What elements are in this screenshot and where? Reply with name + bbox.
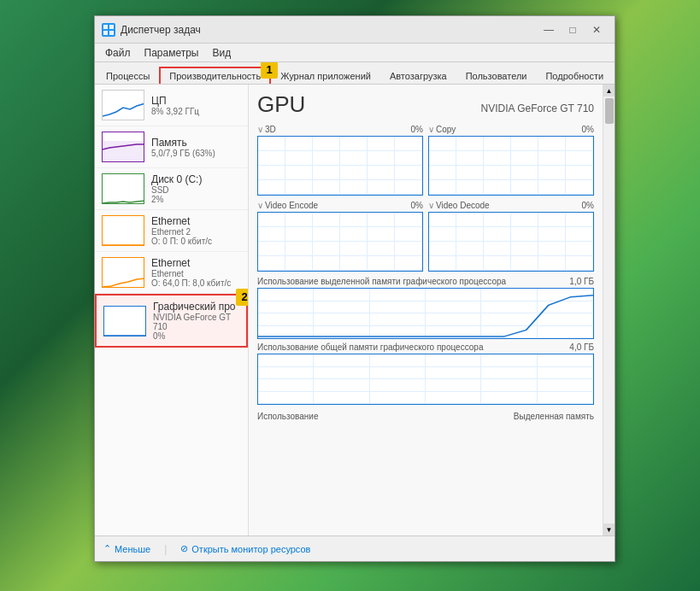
- less-button[interactable]: ⌃ Меньше: [103, 543, 150, 554]
- tab-startup[interactable]: Автозагрузка: [380, 67, 456, 84]
- gpu-title: GPU: [257, 91, 305, 118]
- task-manager-window: Диспетчер задач — □ ✕ Файл Параметры Вид…: [94, 15, 615, 562]
- tab-processes[interactable]: Процессы: [97, 67, 159, 84]
- window-icon: [102, 23, 115, 37]
- gpu-model: NVIDIA GeForce GT 710: [481, 102, 595, 114]
- tab-app-history[interactable]: Журнал приложений: [271, 67, 380, 84]
- memory-label: Память: [151, 137, 241, 149]
- tab-details[interactable]: Подробности: [536, 67, 613, 84]
- ethernet-label: Ethernet: [151, 257, 241, 269]
- svg-rect-2: [103, 31, 108, 35]
- graph-copy-box: [428, 136, 594, 196]
- window-title: Диспетчер задач: [121, 24, 538, 36]
- graph-encode-percent: 0%: [411, 201, 423, 210]
- chevron-up-icon: ⌃: [103, 543, 111, 554]
- svg-rect-1: [109, 25, 114, 29]
- ethernet-name: Ethernet: [151, 269, 241, 278]
- graph-encode-box: [257, 212, 423, 272]
- tab-badge: 1: [261, 62, 278, 79]
- ethernet2-label: Ethernet: [151, 215, 241, 227]
- svg-rect-3: [109, 31, 114, 35]
- cpu-label: ЦП: [151, 95, 241, 107]
- sidebar-item-disk[interactable]: Диск 0 (C:) SSD 2%: [95, 168, 248, 210]
- memory-stats: 5,0/7,9 ГБ (63%): [151, 149, 241, 158]
- gpu-sidebar-model: NVIDIA GeForce GT 710: [153, 313, 239, 331]
- shared-memory-graph: [257, 354, 594, 405]
- tab-performance[interactable]: Производительность 1: [159, 67, 271, 84]
- graph-decode-label: Video Decode: [436, 201, 490, 210]
- menu-view[interactable]: Вид: [205, 45, 238, 61]
- ethernet2-name: Ethernet 2: [151, 227, 241, 237]
- gpu-usage-graphs: ∨3D 0%: [257, 125, 594, 272]
- main-content: ЦП 8% 3,92 ГГц Память 5,0/7,9 ГБ (63%): [95, 85, 615, 535]
- disk-percent: 2%: [151, 195, 241, 204]
- ethernet-thumb: [102, 257, 144, 288]
- monitor-icon: ⊘: [180, 543, 188, 554]
- graph-3d: ∨3D 0%: [257, 125, 423, 196]
- menu-file[interactable]: Файл: [98, 45, 138, 61]
- shared-memory-section: Использование общей памяти графического …: [257, 342, 594, 405]
- tab-users[interactable]: Пользователи: [456, 67, 537, 84]
- sidebar-item-ethernet2[interactable]: Ethernet Ethernet 2 О: 0 П: 0 кбит/с: [95, 210, 248, 252]
- graph-decode-box: [428, 212, 594, 272]
- ethernet-stats: О: 64,0 П: 8,0 кбит/с: [151, 278, 241, 288]
- graph-copy-label: Copy: [436, 125, 456, 134]
- dedicated-memory-label: Использование выделенной памяти графичес…: [257, 277, 506, 286]
- gpu-badge: 2: [236, 289, 249, 306]
- footer: ⌃ Меньше | ⊘ Открыть монитор ресурсов: [95, 535, 615, 561]
- graph-video-encode: ∨Video Encode 0%: [257, 201, 423, 272]
- disk-thumb: [102, 173, 144, 204]
- scroll-thumb[interactable]: [605, 98, 614, 124]
- gpu-sidebar-percent: 0%: [153, 331, 239, 341]
- gpu-header: GPU NVIDIA GeForce GT 710: [257, 91, 594, 118]
- menu-params[interactable]: Параметры: [138, 45, 206, 61]
- tab-bar: Процессы Производительность 1 Журнал при…: [95, 62, 615, 85]
- graph-3d-box: [257, 136, 423, 196]
- shared-memory-label: Использование общей памяти графического …: [257, 342, 483, 352]
- dedicated-memory-section: Использование выделенной памяти графичес…: [257, 277, 594, 339]
- cpu-stats: 8% 3,92 ГГц: [151, 107, 241, 116]
- usage-label: Использование: [257, 412, 318, 421]
- bottom-labels: Использование Выделенная память: [257, 412, 594, 421]
- sidebar: ЦП 8% 3,92 ГГц Память 5,0/7,9 ГБ (63%): [95, 85, 249, 535]
- sidebar-item-memory[interactable]: Память 5,0/7,9 ГБ (63%): [95, 126, 248, 168]
- window-controls: — □ ✕: [538, 20, 608, 39]
- ethernet2-stats: О: 0 П: 0 кбит/с: [151, 237, 241, 246]
- graph-encode-label: Video Encode: [265, 201, 318, 210]
- gpu-panel: GPU NVIDIA GeForce GT 710 ∨3D 0%: [249, 85, 603, 535]
- gpu-thumb: [103, 306, 146, 336]
- ethernet2-thumb: [102, 215, 144, 246]
- close-button[interactable]: ✕: [585, 20, 608, 39]
- sidebar-item-ethernet[interactable]: Ethernet Ethernet О: 64,0 П: 8,0 кбит/с: [95, 252, 248, 294]
- graph-3d-label: 3D: [265, 125, 276, 134]
- title-bar: Диспетчер задач — □ ✕: [95, 16, 615, 44]
- graph-video-decode: ∨Video Decode 0%: [428, 201, 594, 272]
- scrollbar[interactable]: ▲ ▼: [603, 85, 615, 535]
- dedicated-label: Выделенная память: [514, 412, 594, 421]
- disk-type: SSD: [151, 185, 241, 195]
- minimize-button[interactable]: —: [538, 20, 560, 39]
- scroll-down[interactable]: ▼: [603, 524, 615, 535]
- disk-label: Диск 0 (C:): [151, 173, 241, 185]
- memory-thumb: [102, 132, 144, 162]
- graph-copy: ∨Copy 0%: [428, 125, 594, 196]
- dedicated-memory-graph: [257, 288, 594, 339]
- graph-decode-percent: 0%: [582, 201, 594, 210]
- tab-services[interactable]: Службы: [613, 67, 615, 84]
- shared-memory-value: 4,0 ГБ: [569, 342, 594, 352]
- scroll-up[interactable]: ▲: [603, 85, 615, 97]
- gpu-sidebar-label: Графический про: [153, 301, 239, 313]
- svg-rect-0: [103, 25, 108, 29]
- maximize-button[interactable]: □: [562, 20, 584, 39]
- menu-bar: Файл Параметры Вид: [95, 44, 615, 62]
- graph-3d-percent: 0%: [411, 125, 423, 134]
- graph-copy-percent: 0%: [582, 125, 594, 134]
- cpu-thumb: [102, 90, 144, 120]
- sidebar-item-gpu[interactable]: Графический про NVIDIA GeForce GT 710 0%…: [95, 294, 248, 348]
- open-monitor-button[interactable]: ⊘ Открыть монитор ресурсов: [180, 543, 310, 554]
- sidebar-item-cpu[interactable]: ЦП 8% 3,92 ГГц: [95, 85, 248, 126]
- dedicated-memory-value: 1,0 ГБ: [569, 277, 594, 286]
